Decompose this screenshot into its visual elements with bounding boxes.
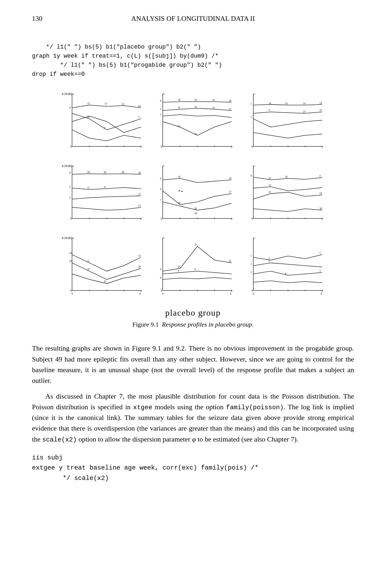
svg-text:25: 25 (194, 244, 197, 246)
svg-text:0: 0 (251, 217, 253, 220)
svg-text:12: 12 (229, 108, 231, 111)
svg-text:2: 2 (251, 271, 252, 274)
svg-text:20: 20 (69, 260, 72, 263)
svg-text:28: 28 (122, 171, 124, 174)
svg-text:0: 0 (161, 217, 162, 220)
svg-text:11: 11 (104, 186, 106, 188)
svg-text:30: 30 (319, 207, 322, 210)
code-block-bottom: iis subj extgee y treat baseline age wee… (32, 453, 354, 483)
figure-caption: Figure 9.1 Response profiles in placebo … (132, 321, 254, 328)
svg-text:4: 4 (230, 292, 231, 295)
svg-text:14: 14 (268, 102, 271, 105)
graph-cell-2-2: 0 4 6 16 16 4 36 36 17 7 18 (152, 162, 234, 231)
graph-cell-2-1: 4.34381 0 4 8 28 28 28 28 2 11 11 27 2 1… (61, 162, 144, 231)
svg-text:10: 10 (268, 177, 271, 180)
svg-text:13: 13 (104, 102, 107, 105)
svg-text:18: 18 (194, 99, 197, 102)
svg-text:3: 3 (104, 126, 105, 129)
svg-text:37: 37 (87, 268, 90, 271)
svg-text:4: 4 (231, 289, 232, 292)
svg-text:4: 4 (140, 145, 142, 148)
svg-text:4: 4 (320, 292, 322, 295)
svg-text:2: 2 (160, 108, 161, 111)
svg-text:4.34381: 4.34381 (62, 236, 72, 240)
svg-text:0: 0 (70, 217, 72, 220)
svg-text:4: 4 (321, 145, 323, 148)
svg-text:0: 0 (251, 145, 253, 148)
svg-text:36: 36 (178, 202, 180, 204)
svg-text:9: 9 (251, 174, 252, 177)
svg-text:0: 0 (70, 145, 72, 148)
placebo-group-label: placebo group (165, 308, 221, 318)
svg-text:6: 6 (285, 272, 286, 275)
svg-text:12: 12 (194, 106, 197, 108)
inline-code-xtgee: xtgee (133, 404, 152, 411)
svg-text:24: 24 (87, 116, 90, 119)
graph-cell-3-1: 4.34381 0 4 0 4 10 11 13 20 37 20 33 (61, 234, 144, 303)
paragraph-1: The resulting graphs are shown in Figure… (32, 343, 354, 386)
svg-text:25: 25 (229, 260, 231, 263)
svg-text:0: 0 (162, 292, 163, 295)
svg-text:3: 3 (268, 109, 270, 112)
svg-text:9: 9 (69, 106, 71, 109)
svg-text:4.34381: 4.34381 (62, 164, 72, 168)
svg-text:5: 5 (268, 257, 270, 260)
svg-text:28: 28 (87, 171, 90, 174)
svg-text:4: 4 (231, 145, 232, 148)
svg-text:4: 4 (140, 217, 142, 220)
svg-text:0: 0 (161, 145, 162, 148)
svg-text:36: 36 (194, 207, 197, 210)
figure-caption-number: Figure 9.1 (132, 321, 159, 328)
svg-text:2: 2 (251, 263, 252, 265)
svg-text:10: 10 (268, 191, 271, 193)
svg-text:4: 4 (194, 268, 196, 271)
svg-text:14: 14 (319, 102, 322, 104)
svg-text:23: 23 (178, 265, 180, 268)
svg-text:18: 18 (229, 100, 231, 102)
graph-cell-1-3: 0 4 1 14 14 14 14 3 23 23 3 (242, 90, 325, 159)
svg-text:0: 0 (71, 292, 73, 295)
svg-text:18: 18 (212, 99, 215, 102)
svg-text:4: 4 (160, 188, 161, 191)
svg-text:11: 11 (268, 184, 271, 186)
svg-text:4: 4 (140, 289, 142, 292)
svg-text:21: 21 (178, 125, 180, 128)
svg-text:5: 5 (319, 252, 321, 255)
svg-text:8: 8 (69, 172, 71, 174)
svg-text:12: 12 (178, 106, 180, 109)
paragraph-2: As discussed in Chapter 7, the most plau… (32, 391, 354, 445)
svg-text:12: 12 (212, 106, 215, 109)
page-title: ANALYSIS OF LONGITUDINAL DATA II (0, 15, 386, 23)
svg-text:1: 1 (251, 102, 252, 105)
graph-cell-2-3: 0 4 9 10 10 8 11 10 19 30 (242, 162, 325, 231)
svg-text:3: 3 (138, 116, 139, 119)
svg-text:20: 20 (138, 265, 141, 268)
svg-text:9: 9 (160, 268, 161, 271)
svg-point-83 (179, 190, 180, 192)
svg-text:4: 4 (231, 217, 232, 220)
svg-text:16: 16 (178, 176, 180, 178)
svg-text:4: 4 (139, 292, 140, 295)
svg-text:2: 2 (69, 185, 71, 188)
graph-cell-3-2: 0 4 0 4 25 25 9 23 0 4 8 (152, 234, 234, 303)
svg-text:0: 0 (178, 270, 179, 272)
svg-point-84 (182, 191, 183, 192)
body-text: The resulting graphs are shown in Figure… (32, 343, 354, 445)
svg-text:11: 11 (87, 260, 90, 263)
svg-text:18: 18 (194, 212, 197, 215)
svg-text:15: 15 (122, 103, 124, 106)
figure-area: 4.34381 0 4 15 13 15 43 (32, 90, 354, 338)
svg-text:28: 28 (138, 172, 141, 174)
svg-text:11: 11 (87, 186, 90, 189)
svg-text:6: 6 (160, 177, 161, 180)
svg-text:4: 4 (321, 217, 323, 220)
svg-text:13: 13 (138, 205, 141, 207)
svg-text:23: 23 (319, 109, 322, 112)
graph-cell-1-2: 0 4 8 18 18 18 18 2 12 12 12 12 1 (152, 90, 234, 159)
svg-text:17: 17 (229, 191, 231, 193)
svg-text:13: 13 (138, 255, 141, 257)
svg-text:19: 19 (319, 192, 322, 195)
figure-caption-text: Response profiles in placebo group. (162, 321, 254, 328)
graph-grid: 4.34381 0 4 15 13 15 43 (61, 90, 325, 303)
svg-text:33: 33 (104, 280, 106, 283)
